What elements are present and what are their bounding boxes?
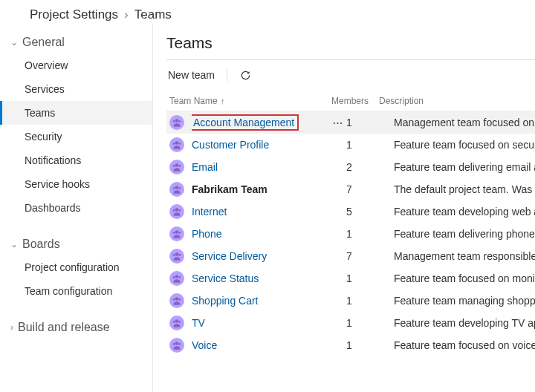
member-count: 7 — [346, 183, 394, 195]
member-count: 1 — [346, 228, 394, 240]
team-avatar-icon — [169, 293, 184, 308]
team-avatar-icon — [169, 316, 184, 330]
team-name-link[interactable]: Email — [192, 161, 330, 173]
table-row[interactable]: Service Status1Feature team focused on m… — [166, 267, 535, 290]
team-avatar-icon — [169, 271, 184, 286]
row-actions-button[interactable]: ··· — [330, 117, 346, 128]
member-count: 1 — [346, 117, 394, 128]
breadcrumb-parent[interactable]: Project Settings — [30, 7, 118, 22]
table-row[interactable]: Internet5Feature team developing web app… — [166, 200, 535, 223]
team-description: The default project team. Was Fabrikam F… — [394, 183, 535, 195]
table-row[interactable]: TV1Feature team developing TV apps — [166, 312, 535, 334]
team-name-link[interactable]: Shopping Cart — [192, 295, 330, 307]
svg-point-7 — [173, 165, 175, 167]
team-name-link[interactable]: Customer Profile — [192, 139, 330, 151]
svg-point-24 — [175, 297, 179, 301]
svg-point-8 — [178, 165, 181, 167]
team-name-link[interactable]: TV — [192, 317, 330, 329]
svg-point-6 — [175, 163, 179, 167]
team-name-link[interactable]: Fabrikam Team — [192, 183, 330, 195]
team-description: Feature team focused on voice communic — [394, 339, 535, 351]
sidebar: ⌄GeneralOverviewServicesTeamsSecurityNot… — [0, 24, 153, 392]
section-title: General — [22, 36, 65, 49]
team-description: Feature team delivering phone apps — [394, 228, 535, 240]
team-name-link[interactable]: Internet — [192, 206, 330, 218]
sidebar-item[interactable]: Notifications — [0, 148, 152, 172]
chevron-right-icon: › — [10, 322, 13, 333]
svg-point-5 — [178, 143, 181, 145]
team-name-link[interactable]: Service Status — [192, 272, 330, 284]
page-title: Teams — [166, 34, 535, 59]
team-avatar-icon — [169, 249, 184, 264]
sidebar-item[interactable]: Services — [0, 77, 152, 101]
svg-point-25 — [173, 298, 175, 301]
svg-point-30 — [175, 342, 179, 345]
breadcrumb-current: Teams — [134, 7, 172, 22]
table-row[interactable]: Email2Feature team delivering email apps — [166, 156, 535, 178]
member-count: 1 — [346, 139, 394, 151]
toolbar: New team — [166, 66, 535, 91]
svg-point-22 — [173, 276, 175, 278]
team-name-link[interactable]: Voice — [192, 339, 330, 351]
sidebar-item[interactable]: Team configuration — [0, 279, 152, 303]
svg-point-12 — [175, 208, 179, 212]
svg-point-11 — [178, 187, 181, 189]
table-header: Team Name ↑ Members Description — [166, 91, 535, 111]
column-header-name[interactable]: Team Name ↑ — [169, 96, 331, 106]
team-description: Feature team developing TV apps — [394, 317, 535, 329]
svg-point-19 — [173, 254, 175, 256]
svg-point-15 — [175, 230, 179, 234]
sidebar-item[interactable]: Security — [0, 125, 152, 148]
svg-point-1 — [173, 120, 175, 122]
team-description: Management team focused on creating an — [394, 117, 535, 128]
team-avatar-icon — [169, 338, 184, 353]
team-avatar-icon — [169, 160, 184, 174]
svg-point-2 — [178, 120, 181, 122]
table-row[interactable]: Service Delivery7Management team respons… — [166, 245, 535, 267]
sidebar-item[interactable]: Dashboards — [0, 196, 152, 220]
section-header[interactable]: ⌄General — [0, 31, 152, 53]
callout-highlight: Account Management — [192, 114, 299, 131]
table-row[interactable]: Phone1Feature team delivering phone apps — [166, 223, 535, 245]
team-description: Feature team delivering email apps — [394, 161, 535, 173]
svg-point-32 — [178, 343, 181, 345]
teams-table: Team Name ↑ Members Description Account … — [166, 91, 535, 356]
sidebar-item[interactable]: Teams — [0, 101, 152, 125]
team-description: Feature team focused on securing accoun — [394, 139, 535, 151]
section-header[interactable]: ⌄Boards — [0, 233, 152, 255]
sort-ascending-icon: ↑ — [221, 97, 225, 105]
content: Teams New team Team Name ↑ — [153, 24, 535, 392]
chevron-down-icon: ⌄ — [10, 37, 18, 48]
new-team-button[interactable]: New team — [166, 66, 216, 84]
table-row[interactable]: Voice1Feature team focused on voice comm… — [166, 334, 535, 356]
column-header-members[interactable]: Members — [331, 96, 379, 106]
table-row[interactable]: Fabrikam Team7The default project team. … — [166, 178, 535, 200]
table-row[interactable]: Shopping Cart1Feature team managing shop… — [166, 290, 535, 312]
team-description: Feature team managing shopping cart app — [394, 295, 535, 307]
svg-point-20 — [178, 254, 181, 256]
table-row[interactable]: Customer Profile1Feature team focused on… — [166, 134, 535, 156]
svg-point-18 — [175, 252, 179, 256]
team-avatar-icon — [169, 137, 184, 152]
breadcrumb: Project Settings › Teams — [0, 0, 535, 24]
sidebar-item[interactable]: Service hooks — [0, 172, 152, 196]
member-count: 2 — [346, 161, 394, 173]
member-count: 5 — [346, 206, 394, 218]
svg-point-28 — [173, 321, 175, 323]
sidebar-item[interactable]: Project configuration — [0, 255, 152, 279]
sidebar-item[interactable]: Overview — [0, 53, 152, 77]
member-count: 1 — [346, 339, 394, 351]
team-name-link[interactable]: Service Delivery — [192, 250, 330, 262]
table-row[interactable]: Account Management···1Management team fo… — [166, 111, 535, 134]
team-name-link[interactable]: Account Management — [192, 114, 330, 131]
refresh-button[interactable] — [238, 68, 253, 83]
column-header-description[interactable]: Description — [379, 96, 535, 106]
team-name-link[interactable]: Phone — [192, 228, 330, 240]
svg-point-10 — [173, 187, 175, 189]
svg-point-13 — [173, 209, 175, 212]
chevron-right-icon: › — [124, 7, 129, 22]
divider — [166, 59, 535, 60]
section-header[interactable]: ›Build and release — [0, 316, 152, 339]
team-description: Feature team focused on monitoring and a — [394, 272, 535, 284]
svg-point-9 — [175, 186, 179, 189]
